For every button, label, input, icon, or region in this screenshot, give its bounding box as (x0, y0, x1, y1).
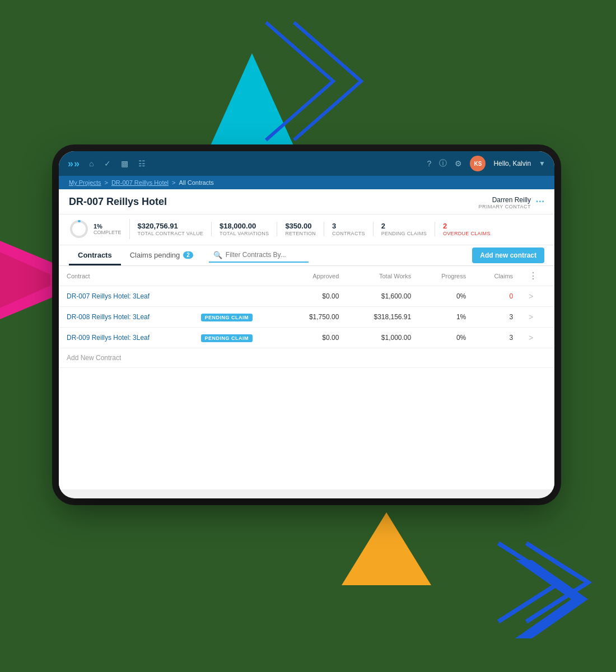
navbar-left: »» ⌂ ✓ ▩ ☷ (68, 158, 146, 170)
complete-pct: 1% (94, 223, 122, 230)
stat-retention: $350.00 RETENTION (277, 222, 324, 236)
breadcrumb-my-projects[interactable]: My Projects (69, 179, 101, 186)
avatar: KS (470, 156, 486, 171)
check-icon[interactable]: ✓ (104, 159, 111, 168)
retention-label: RETENTION (285, 231, 316, 236)
contract-value: $320,756.91 (138, 222, 204, 230)
completion-donut (69, 219, 89, 239)
cell-claims: 3 (474, 328, 521, 348)
search-icon: 🔍 (213, 251, 222, 259)
info-icon[interactable]: ⓘ (439, 158, 447, 169)
contracts-table: Contract Approved Total Works Progress C… (59, 266, 554, 368)
contracts-count: 3 (332, 222, 365, 230)
svg-point-5 (71, 221, 87, 237)
cell-contract-name[interactable]: DR-009 Reillys Hotel: 3Leaf (59, 328, 193, 348)
svg-marker-1 (0, 241, 67, 319)
stat-complete: 1% COMPLETE (69, 219, 130, 239)
cell-badge: PENDING CLAIM (193, 307, 285, 328)
contact-name: Darren Reilly (478, 196, 531, 204)
add-new-label[interactable]: Add New Contract (59, 348, 554, 368)
app-logo[interactable]: »» (68, 158, 79, 170)
col-actions: ⋮ (521, 266, 554, 286)
user-dropdown-icon[interactable]: ▼ (539, 160, 545, 167)
project-header: DR-007 Reillys Hotel Darren Reilly PRIMA… (59, 189, 554, 214)
search-area: 🔍 (209, 249, 309, 263)
cell-badge (193, 286, 285, 307)
table-header-row: Contract Approved Total Works Progress C… (59, 266, 554, 286)
overdue-claims-label: OVERDUE CLAIMS (443, 231, 491, 236)
cell-arrow[interactable]: > (521, 286, 554, 307)
add-new-contract-row[interactable]: Add New Contract (59, 348, 554, 368)
cell-approved: $0.00 (285, 286, 347, 307)
complete-info: 1% COMPLETE (94, 223, 122, 235)
claims-pending-badge: 2 (183, 251, 193, 259)
table-row: DR-009 Reillys Hotel: 3Leaf PENDING CLAI… (59, 328, 554, 348)
cell-progress: 1% (419, 307, 474, 328)
tabs-row: Contracts Claims pending 2 🔍 Add new con… (59, 245, 554, 266)
cell-badge: PENDING CLAIM (193, 328, 285, 348)
project-title: DR-007 Reillys Hotel (69, 196, 167, 208)
cell-total-works: $1,000.00 (347, 328, 419, 348)
table-row: DR-007 Reillys Hotel: 3Leaf $0.00 $1,600… (59, 286, 554, 307)
row-chevron-icon[interactable]: > (529, 292, 533, 301)
cell-claims: 0 (474, 286, 521, 307)
col-contract: Contract (59, 266, 193, 286)
contract-link[interactable]: DR-009 Reillys Hotel: 3Leaf (67, 334, 150, 342)
retention-value: $350.00 (285, 222, 316, 230)
more-options-button[interactable]: ⋯ (535, 196, 544, 207)
svg-marker-4 (515, 560, 588, 638)
breadcrumb-sep-2: > (172, 179, 175, 186)
variations-label: TOTAL VARIATIONS (220, 231, 269, 236)
pending-badge: PENDING CLAIM (201, 334, 253, 342)
cell-approved: $1,750.00 (285, 307, 347, 328)
variations-value: $18,000.00 (220, 222, 269, 230)
cell-arrow[interactable]: > (521, 307, 554, 328)
cell-total-works: $1,600.00 (347, 286, 419, 307)
primary-contact-area: Darren Reilly PRIMARY CONTACT ⋯ (478, 196, 544, 209)
settings-icon[interactable]: ⚙ (455, 159, 462, 168)
svg-marker-0 (202, 53, 302, 165)
contracts-label: CONTRACTS (332, 231, 365, 236)
tablet-container: »» ⌂ ✓ ▩ ☷ ? ⓘ ⚙ KS Hello, Kalvin ▼ My P… (59, 151, 554, 498)
add-new-contract-button[interactable]: Add new contract (472, 248, 544, 263)
breadcrumb-sep-1: > (104, 179, 108, 186)
breadcrumb: My Projects > DR-007 Reillys Hotel > All… (59, 176, 554, 189)
cell-arrow[interactable]: > (521, 328, 554, 348)
navbar-right: ? ⓘ ⚙ KS Hello, Kalvin ▼ (427, 156, 545, 171)
navbar: »» ⌂ ✓ ▩ ☷ ? ⓘ ⚙ KS Hello, Kalvin ▼ (59, 151, 554, 176)
col-progress: Progress (419, 266, 474, 286)
search-input[interactable] (226, 251, 304, 259)
contract-link[interactable]: DR-007 Reillys Hotel: 3Leaf (67, 292, 150, 300)
row-chevron-icon[interactable]: > (529, 312, 533, 321)
cell-contract-name[interactable]: DR-007 Reillys Hotel: 3Leaf (59, 286, 193, 307)
breadcrumb-current: All Contracts (179, 179, 213, 186)
tab-contracts[interactable]: Contracts (69, 245, 121, 265)
help-icon[interactable]: ? (427, 159, 432, 168)
cell-contract-name[interactable]: DR-008 Reillys Hotel: 3Leaf (59, 307, 193, 328)
overdue-claims-count: 2 (443, 222, 491, 230)
contract-value-label: TOTAL CONTRACT VALUE (138, 231, 204, 236)
breadcrumb-project[interactable]: DR-007 Reillys Hotel (111, 179, 169, 186)
table-row: DR-008 Reillys Hotel: 3Leaf PENDING CLAI… (59, 307, 554, 328)
col-claims: Claims (474, 266, 521, 286)
col-badge (193, 266, 285, 286)
row-chevron-icon[interactable]: > (529, 333, 533, 342)
pending-badge: PENDING CLAIM (201, 314, 253, 321)
chart-icon[interactable]: ▩ (121, 159, 128, 168)
stats-row: 1% COMPLETE $320,756.91 TOTAL CONTRACT V… (59, 214, 554, 245)
cell-total-works: $318,156.91 (347, 307, 419, 328)
pending-claims-count: 2 (381, 222, 427, 230)
home-icon[interactable]: ⌂ (89, 159, 94, 168)
user-greeting: Hello, Kalvin (493, 160, 531, 167)
contract-link[interactable]: DR-008 Reillys Hotel: 3Leaf (67, 313, 150, 321)
cell-claims: 3 (474, 307, 521, 328)
stat-variations: $18,000.00 TOTAL VARIATIONS (212, 222, 277, 236)
contact-info: Darren Reilly PRIMARY CONTACT (478, 196, 531, 209)
main-content: DR-007 Reillys Hotel Darren Reilly PRIMA… (59, 189, 554, 489)
tab-claims-pending[interactable]: Claims pending 2 (121, 245, 202, 265)
cell-progress: 0% (419, 328, 474, 348)
svg-marker-2 (0, 252, 50, 308)
cell-progress: 0% (419, 286, 474, 307)
complete-label: COMPLETE (94, 230, 122, 235)
file-icon[interactable]: ☷ (138, 159, 146, 168)
